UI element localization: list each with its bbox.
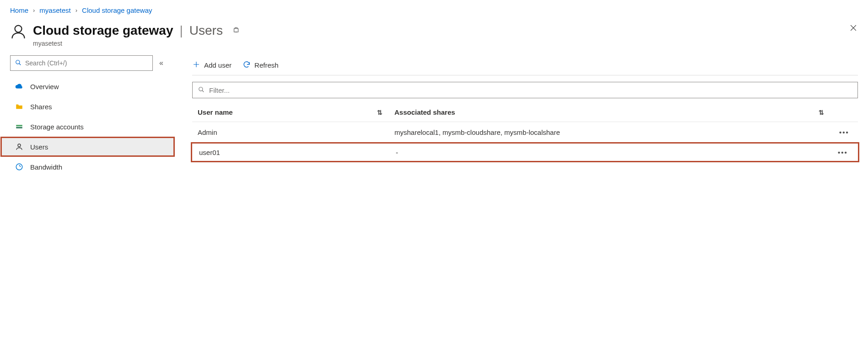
- sidebar-item-label: Storage accounts: [30, 123, 84, 131]
- svg-point-0: [15, 26, 22, 32]
- sidebar-item-label: Bandwidth: [30, 163, 62, 171]
- title-separator: |: [180, 23, 183, 38]
- svg-point-2: [16, 60, 20, 64]
- pin-icon[interactable]: [232, 23, 240, 38]
- sidebar-item-label: Users: [30, 143, 48, 151]
- sort-icon[interactable]: ⇅: [819, 109, 824, 116]
- page-header: Cloud storage gateway | Users myasetest: [0, 21, 868, 55]
- breadcrumb: Home › myasetest › Cloud storage gateway: [0, 0, 868, 21]
- breadcrumb-parent[interactable]: myasetest: [39, 6, 70, 14]
- collapse-sidebar-icon[interactable]: «: [159, 59, 163, 67]
- cell-username: Admin: [198, 128, 217, 136]
- sidebar-search[interactable]: [10, 55, 153, 71]
- cloud-icon: [15, 82, 24, 91]
- col-header-username[interactable]: User name: [198, 108, 233, 116]
- person-icon: [15, 143, 24, 151]
- svg-rect-3: [16, 125, 22, 126]
- page-subtitle: myasetest: [33, 40, 842, 47]
- search-input[interactable]: [25, 59, 148, 67]
- chevron-right-icon: ›: [33, 7, 35, 14]
- cell-username: user01: [199, 149, 220, 156]
- plus-icon: [192, 60, 200, 70]
- person-icon: [10, 23, 27, 41]
- col-header-shares[interactable]: Associated shares: [394, 108, 455, 116]
- search-icon: [198, 86, 205, 94]
- sidebar-item-shares[interactable]: Shares: [10, 96, 172, 117]
- breadcrumb-current[interactable]: Cloud storage gateway: [82, 6, 152, 14]
- search-icon: [15, 59, 22, 67]
- svg-point-6: [16, 164, 22, 170]
- sidebar-item-storage-accounts[interactable]: Storage accounts: [10, 117, 172, 137]
- toolbar: Add user Refresh: [192, 55, 858, 75]
- chevron-right-icon: ›: [75, 7, 77, 14]
- sort-icon[interactable]: ⇅: [377, 109, 383, 116]
- page-section: Users: [189, 23, 223, 38]
- svg-rect-1: [234, 29, 238, 32]
- sidebar-item-users[interactable]: Users: [0, 137, 175, 157]
- table-row[interactable]: user01 - •••: [191, 142, 859, 162]
- refresh-label: Refresh: [254, 61, 279, 69]
- svg-point-7: [199, 87, 203, 91]
- table-header: User name ⇅ Associated shares ⇅: [192, 103, 858, 122]
- folder-icon: [15, 102, 24, 111]
- sidebar-item-bandwidth[interactable]: Bandwidth: [10, 157, 172, 177]
- sidebar-item-label: Shares: [30, 103, 52, 111]
- bandwidth-icon: [15, 163, 24, 171]
- storage-icon: [15, 123, 24, 131]
- breadcrumb-home[interactable]: Home: [10, 6, 28, 14]
- svg-rect-4: [16, 127, 22, 128]
- sidebar: « Overview Shares Storage accounts Users: [0, 55, 178, 341]
- sidebar-item-overview[interactable]: Overview: [10, 76, 172, 96]
- filter-input[interactable]: [209, 86, 852, 94]
- row-actions-icon[interactable]: •••: [838, 149, 848, 156]
- users-table: User name ⇅ Associated shares ⇅ Admin my…: [192, 103, 858, 162]
- add-user-label: Add user: [204, 61, 232, 69]
- page-title: Cloud storage gateway: [33, 23, 173, 38]
- cell-shares: -: [396, 149, 398, 156]
- row-actions-icon[interactable]: •••: [839, 128, 849, 136]
- add-user-button[interactable]: Add user: [192, 60, 232, 70]
- svg-point-5: [18, 144, 21, 147]
- table-row[interactable]: Admin mysharelocal1, mysmb-cloudshare, m…: [192, 122, 858, 142]
- refresh-button[interactable]: Refresh: [243, 60, 279, 70]
- sidebar-item-label: Overview: [30, 83, 59, 91]
- close-icon[interactable]: [849, 23, 858, 34]
- refresh-icon: [243, 60, 251, 70]
- filter-box[interactable]: [192, 82, 858, 98]
- cell-shares: mysharelocal1, mysmb-cloudshare, mysmb-l…: [394, 128, 560, 136]
- main-content: Add user Refresh User name ⇅: [178, 55, 868, 341]
